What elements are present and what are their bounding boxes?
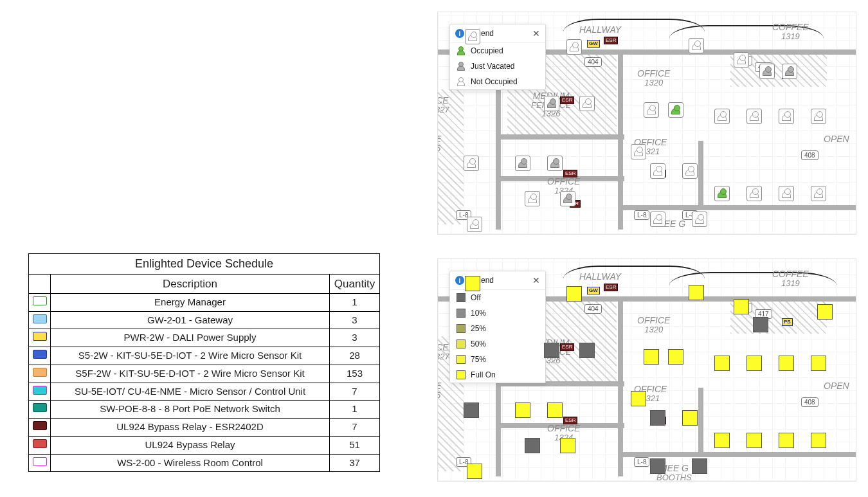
close-icon[interactable]: ✕ <box>532 275 540 285</box>
device-esr[interactable]: ESR <box>563 417 577 424</box>
device-desc: UL924 Bypass Relay <box>51 436 330 454</box>
occupancy-sensor[interactable] <box>566 39 582 55</box>
light-sensor[interactable] <box>817 304 833 320</box>
occupancy-sensor[interactable] <box>734 52 749 68</box>
schedule-row: PWR-2W - DALI Power Supply3 <box>29 329 380 347</box>
occupancy-sensor[interactable] <box>779 186 794 201</box>
light-sensor[interactable] <box>465 276 480 291</box>
occupancy-sensor[interactable] <box>714 109 730 124</box>
light-sensor[interactable] <box>692 458 707 474</box>
legend-item-label: Just Vacated <box>471 62 514 71</box>
light-swatch-icon <box>457 324 466 333</box>
occupancy-swatch-icon <box>457 62 466 71</box>
device-desc: Energy Manager <box>51 293 330 311</box>
occupancy-sensor[interactable] <box>515 156 530 171</box>
tag-404: 404 <box>584 304 602 314</box>
legend-item: Just Vacated <box>450 59 545 74</box>
occupancy-sensor[interactable] <box>759 64 775 79</box>
wall <box>618 452 856 457</box>
schedule-row: Energy Manager1 <box>29 293 380 311</box>
legend-item-label: 10% <box>471 309 486 318</box>
device-gw[interactable]: GW <box>587 40 600 48</box>
occupancy-sensor[interactable] <box>650 212 665 227</box>
occupancy-sensor[interactable] <box>644 102 659 118</box>
device-esr[interactable]: ESR <box>560 343 574 351</box>
schedule-row: S5-2W - KIT-SU-5E-D-IOT - 2 Wire Micro S… <box>29 347 380 365</box>
occupancy-sensor[interactable] <box>746 109 762 124</box>
light-sensor[interactable] <box>746 433 762 448</box>
light-sensor[interactable] <box>464 402 479 418</box>
light-sensor[interactable] <box>467 464 482 479</box>
light-sensor[interactable] <box>650 410 665 426</box>
occupancy-sensor[interactable] <box>544 96 559 111</box>
light-sensor[interactable] <box>525 438 540 453</box>
wall <box>618 50 623 230</box>
occupancy-sensor[interactable] <box>714 186 730 201</box>
device-schedule: Enlighted Device ScheduleDescriptionQuan… <box>28 253 380 472</box>
light-sensor[interactable] <box>547 402 563 418</box>
light-sensor[interactable] <box>644 349 659 365</box>
device-icon <box>29 365 51 383</box>
occupancy-sensor[interactable] <box>631 144 646 159</box>
occupancy-sensor[interactable] <box>782 64 797 79</box>
device-gw[interactable]: GW <box>587 287 600 294</box>
device-esr[interactable]: ESR <box>604 37 618 44</box>
occupancy-sensor[interactable] <box>547 156 563 171</box>
occupancy-sensor[interactable] <box>467 217 482 232</box>
occupancy-swatch-icon <box>457 46 466 55</box>
light-sensor[interactable] <box>734 299 749 314</box>
tag-l8: L-8 <box>634 210 649 220</box>
legend-item: 50% <box>450 336 545 352</box>
schedule-row: SU-5E-IOT/ CU-4E-NME - Micro Sensor / Co… <box>29 383 380 401</box>
occupancy-sensor[interactable] <box>689 38 704 53</box>
occupancy-sensor[interactable] <box>746 186 762 201</box>
light-sensor[interactable] <box>714 433 730 448</box>
light-sensor[interactable] <box>544 343 559 358</box>
legend-item-label: 75% <box>471 355 486 364</box>
device-esr[interactable]: ESR <box>604 284 618 291</box>
light-sensor[interactable] <box>682 410 698 426</box>
occupancy-sensor[interactable] <box>668 102 683 118</box>
occupancy-sensor[interactable] <box>465 29 480 44</box>
light-sensor[interactable] <box>515 402 530 418</box>
occupancy-sensor[interactable] <box>464 156 479 171</box>
room-label-ce: CE327 <box>437 343 449 361</box>
light-swatch-icon <box>457 293 466 302</box>
device-esr[interactable]: ESR <box>560 96 574 104</box>
occupancy-sensor[interactable] <box>682 163 698 179</box>
floorplan-occupancy[interactable]: HALLWAY COFFEE1319 OFFICE1320 OFFICE1321… <box>437 12 856 235</box>
occupancy-sensor[interactable] <box>811 109 826 124</box>
occupancy-sensor[interactable] <box>525 191 540 206</box>
light-sensor[interactable] <box>631 391 646 406</box>
floorplan-light-level[interactable]: HALLWAY COFFEE1319 OFFICE1320 OFFICE1321… <box>437 258 856 482</box>
light-sensor[interactable] <box>746 356 762 371</box>
light-sensor[interactable] <box>811 433 826 448</box>
occupancy-sensor[interactable] <box>692 212 707 227</box>
light-sensor[interactable] <box>668 349 683 365</box>
light-sensor[interactable] <box>779 356 794 371</box>
device-desc: SW-POE-8-8 - 8 Port PoE Network Switch <box>51 401 330 419</box>
device-esr[interactable]: ESR <box>563 170 577 177</box>
light-sensor[interactable] <box>779 433 794 448</box>
light-sensor[interactable] <box>753 317 768 332</box>
light-sensor[interactable] <box>650 458 665 474</box>
close-icon[interactable]: ✕ <box>532 28 540 39</box>
legend-item: Full On <box>450 367 545 383</box>
occupancy-sensor[interactable] <box>650 163 665 179</box>
light-sensor[interactable] <box>579 343 595 358</box>
occupancy-sensor[interactable] <box>560 191 575 206</box>
occupancy-sensor[interactable] <box>811 186 826 201</box>
light-sensor[interactable] <box>689 285 704 300</box>
device-desc: S5F-2W - KIT-SU-5E-D-IOT - 2 Wire Micro … <box>51 365 330 383</box>
info-icon: i <box>455 276 464 285</box>
light-sensor[interactable] <box>811 356 826 371</box>
light-sensor[interactable] <box>714 356 730 371</box>
room-label-office-1320: OFFICE1320 <box>637 316 670 334</box>
light-sensor[interactable] <box>560 438 575 453</box>
occupancy-sensor[interactable] <box>579 96 595 111</box>
light-sensor[interactable] <box>566 286 582 302</box>
device-ps[interactable]: PS <box>782 318 793 326</box>
device-icon <box>29 311 51 329</box>
device-icon <box>29 454 51 472</box>
occupancy-sensor[interactable] <box>779 109 794 124</box>
